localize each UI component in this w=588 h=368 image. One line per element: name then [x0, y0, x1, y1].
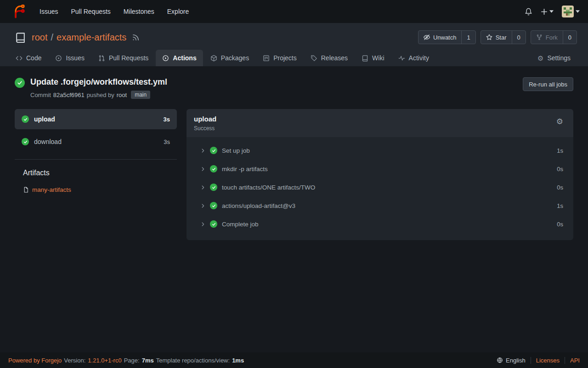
unwatch-button[interactable]: Unwatch 1: [418, 30, 476, 44]
forgejo-logo[interactable]: [12, 5, 26, 18]
language-selector[interactable]: English: [492, 357, 531, 364]
job-success-check-icon: [22, 115, 29, 123]
step-name: touch artifacts/ONE artifacts/TWO: [222, 184, 315, 191]
tag-icon: [311, 55, 317, 62]
top-navbar: Issues Pull Requests Milestones Explore: [0, 0, 588, 23]
commit-label: Commit: [30, 92, 51, 98]
code-icon: [16, 55, 23, 62]
step-name: mkdir -p artifacts: [222, 166, 268, 172]
commit-line: Commit 82a5cf6961 pushed by root main: [30, 91, 167, 99]
play-circle-icon: [162, 55, 169, 62]
chevron-right-icon: [200, 148, 205, 153]
star-label: Star: [496, 34, 507, 41]
gear-icon: ⚙: [537, 55, 543, 62]
create-new-dropdown[interactable]: [541, 8, 554, 15]
unwatch-label: Unwatch: [433, 34, 457, 41]
job-duration: 3s: [164, 116, 170, 123]
chevron-right-icon: [200, 185, 205, 190]
tab-projects[interactable]: Projects: [256, 50, 303, 66]
actions-run-page: Update .forgejo/workflows/test.yml Commi…: [0, 66, 588, 352]
tab-wiki[interactable]: Wiki: [355, 50, 390, 66]
tab-code[interactable]: Code: [9, 50, 48, 66]
fork-label: Fork: [546, 34, 558, 41]
book-icon: [362, 55, 368, 62]
watch-count[interactable]: 1: [461, 31, 475, 44]
repo-action-buttons: Unwatch 1 Star 0: [418, 30, 577, 44]
pushed-by-label: pushed by: [87, 92, 114, 98]
commit-sha-link[interactable]: 82a5cf6961: [53, 92, 85, 98]
step-row-mkdir[interactable]: mkdir -p artifacts 0s: [187, 160, 573, 178]
tab-pull-requests[interactable]: Pull Requests: [92, 50, 155, 66]
star-button[interactable]: Star 0: [481, 30, 526, 44]
fork-count[interactable]: 0: [563, 31, 577, 44]
fork-button[interactable]: Fork 0: [531, 30, 577, 44]
star-icon: [486, 34, 492, 40]
version-link[interactable]: 1.21.0+1-rc0: [88, 357, 121, 364]
job-detail-name: upload: [194, 115, 216, 123]
page-time-value: 7ms: [142, 357, 154, 364]
repo-name-link[interactable]: example-artifacts: [57, 32, 126, 43]
step-duration: 0s: [557, 184, 563, 191]
job-options-gear-icon[interactable]: ⚙: [556, 118, 563, 126]
star-count[interactable]: 0: [512, 31, 526, 44]
navbar-item-pull-requests[interactable]: Pull Requests: [64, 8, 117, 15]
run-success-check-icon: [15, 78, 25, 88]
licenses-link[interactable]: Licenses: [531, 357, 565, 364]
template-time-value: 1ms: [232, 357, 244, 364]
api-link[interactable]: API: [565, 357, 580, 364]
artifacts-heading: Artifacts: [23, 169, 177, 177]
package-icon: [210, 55, 217, 62]
step-name: Set up job: [222, 147, 250, 154]
step-duration: 1s: [557, 147, 563, 154]
navbar-right: [525, 6, 580, 17]
tab-settings[interactable]: ⚙ Settings: [531, 50, 577, 66]
step-name: actions/upload-artifact@v3: [222, 202, 295, 209]
navbar-item-milestones[interactable]: Milestones: [117, 8, 161, 15]
version-label: Version:: [64, 357, 85, 364]
rerun-all-jobs-button[interactable]: Re-run all jobs: [523, 77, 573, 91]
step-row-complete-job[interactable]: Complete job 0s: [187, 215, 573, 233]
pusher-link[interactable]: root: [117, 92, 127, 98]
artifact-download-link[interactable]: many-artifacts: [32, 186, 71, 193]
user-menu-dropdown[interactable]: [562, 6, 580, 17]
step-success-check-icon: [210, 147, 217, 154]
job-duration: 3s: [164, 138, 170, 145]
file-icon: [23, 187, 29, 193]
tab-actions[interactable]: Actions: [156, 50, 203, 66]
template-time-label: Template repo/actions/view:: [156, 357, 230, 364]
step-success-check-icon: [210, 220, 217, 228]
tab-releases[interactable]: Releases: [304, 50, 354, 66]
repo-header: root / example-artifacts Unwatch 1: [0, 23, 588, 66]
job-row-download[interactable]: download 3s: [15, 132, 177, 152]
step-success-check-icon: [210, 165, 217, 172]
repo-owner-link[interactable]: root: [32, 32, 47, 43]
jobs-sidebar: upload 3s download 3s Artifacts many-art…: [15, 109, 177, 193]
step-success-check-icon: [210, 184, 217, 191]
artifact-item: many-artifacts: [23, 186, 177, 193]
step-duration: 1s: [557, 202, 563, 209]
activity-pulse-icon: [398, 55, 405, 62]
job-row-upload[interactable]: upload 3s: [15, 109, 177, 129]
tab-issues[interactable]: Issues: [49, 50, 90, 66]
powered-by-forgejo-link[interactable]: Powered by Forgejo: [8, 357, 62, 364]
chevron-right-icon: [200, 222, 205, 227]
plus-icon: [541, 8, 548, 15]
step-duration: 0s: [557, 221, 563, 228]
branch-badge[interactable]: main: [131, 91, 150, 99]
job-success-check-icon: [22, 138, 29, 145]
notifications-bell-icon[interactable]: [525, 8, 532, 16]
fork-icon: [536, 34, 543, 40]
step-row-upload-artifact[interactable]: actions/upload-artifact@v3 1s: [187, 196, 573, 215]
step-row-set-up-job[interactable]: Set up job 1s: [187, 141, 573, 160]
job-detail-status: Success: [194, 125, 216, 132]
chevron-right-icon: [200, 203, 205, 208]
job-detail-panel: upload Success ⚙ Set up job 1s: [187, 109, 573, 240]
navbar-item-explore[interactable]: Explore: [161, 8, 195, 15]
rss-icon[interactable]: [132, 34, 140, 41]
navbar-item-issues[interactable]: Issues: [33, 8, 64, 15]
tab-packages[interactable]: Packages: [204, 50, 255, 66]
step-success-check-icon: [210, 202, 217, 209]
step-row-touch-artifacts[interactable]: touch artifacts/ONE artifacts/TWO 0s: [187, 178, 573, 196]
chevron-down-icon: [576, 10, 580, 13]
tab-activity[interactable]: Activity: [392, 50, 435, 66]
